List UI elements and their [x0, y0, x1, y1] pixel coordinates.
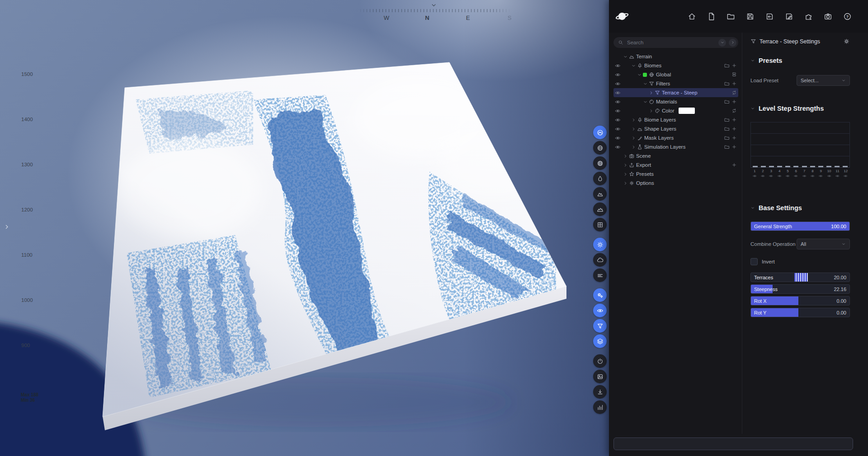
- color-swatch[interactable]: [679, 108, 695, 114]
- eye-icon[interactable]: [615, 81, 623, 87]
- view-gears-button[interactable]: [593, 288, 607, 302]
- step-bar[interactable]: [843, 166, 848, 167]
- step-bar[interactable]: [810, 166, 815, 167]
- step-eye-toggle[interactable]: [825, 174, 833, 178]
- view-eye-button[interactable]: [593, 304, 607, 317]
- view-mountain-button[interactable]: [593, 187, 607, 201]
- view-terrain-view-button[interactable]: [593, 126, 607, 139]
- eye-icon[interactable]: [615, 117, 623, 123]
- step-bar[interactable]: [835, 166, 840, 167]
- eye-icon[interactable]: [615, 135, 623, 141]
- step-bar[interactable]: [753, 166, 758, 167]
- level-steps-section-header[interactable]: Level Step Strengths: [750, 105, 850, 112]
- search-prev-button[interactable]: [718, 39, 726, 47]
- presets-section-header[interactable]: Presets: [750, 57, 850, 64]
- eye-icon[interactable]: [615, 72, 623, 78]
- folder-icon[interactable]: [724, 81, 730, 86]
- level-steps-plot[interactable]: [750, 122, 850, 168]
- step-eye-toggle[interactable]: [750, 174, 759, 178]
- chevron-down-icon[interactable]: [631, 63, 637, 68]
- view-stats-chart-button[interactable]: [593, 400, 607, 414]
- step-eye-toggle[interactable]: [808, 174, 816, 178]
- step-eye-toggle[interactable]: [767, 174, 775, 178]
- chevron-right-icon[interactable]: [631, 136, 637, 141]
- topbar-save-import-button[interactable]: [765, 12, 774, 21]
- steepness-slider[interactable]: Steepness 22.16: [750, 284, 850, 294]
- step-eye-toggle[interactable]: [783, 174, 792, 178]
- plus-icon[interactable]: [731, 126, 737, 132]
- step-eye-toggle[interactable]: [759, 174, 767, 178]
- folder-icon[interactable]: [724, 63, 730, 68]
- step-bar[interactable]: [802, 166, 807, 167]
- folder-icon[interactable]: [724, 144, 730, 150]
- tree-item-color[interactable]: Color: [613, 106, 738, 115]
- topbar-new-file-button[interactable]: [707, 12, 716, 21]
- top-panel-collapse-handle[interactable]: [430, 2, 437, 9]
- plus-icon[interactable]: [731, 81, 737, 86]
- eye-icon[interactable]: [615, 108, 623, 114]
- chevron-right-icon[interactable]: [623, 154, 629, 159]
- view-download-button[interactable]: [593, 385, 607, 399]
- view-layers-button[interactable]: [593, 334, 607, 348]
- search-next-button[interactable]: [729, 39, 736, 47]
- topbar-screenshot-camera-button[interactable]: [824, 12, 832, 21]
- step-bar[interactable]: [818, 166, 823, 167]
- preset-select[interactable]: Select...: [797, 75, 850, 86]
- chevron-down-icon[interactable]: [637, 72, 643, 77]
- topbar-home-button[interactable]: [688, 12, 696, 21]
- chevron-right-icon[interactable]: [623, 163, 629, 168]
- chevron-down-icon[interactable]: [643, 99, 649, 104]
- base-settings-section-header[interactable]: Base Settings: [750, 204, 850, 212]
- plus-icon[interactable]: [731, 63, 737, 68]
- topbar-help-button[interactable]: ?: [843, 12, 852, 21]
- eye-icon[interactable]: [615, 90, 623, 96]
- eye-icon[interactable]: [615, 126, 623, 132]
- tree-item-biome-layers[interactable]: Biome Layers: [613, 115, 738, 124]
- plus-icon[interactable]: [731, 135, 737, 141]
- left-panel-expand-handle[interactable]: [3, 223, 10, 230]
- tree-item-simulation-layers[interactable]: Simulation Layers: [613, 142, 738, 151]
- plus-icon[interactable]: [731, 162, 737, 168]
- step-eye-toggle[interactable]: [842, 174, 850, 178]
- tree-item-terrain[interactable]: Terrain: [613, 52, 738, 61]
- eye-icon[interactable]: [615, 99, 623, 105]
- plus-icon[interactable]: [731, 117, 737, 122]
- command-bar[interactable]: [613, 437, 853, 450]
- rot-y-slider[interactable]: Rot Y 0.00: [750, 308, 850, 317]
- tree-item-options[interactable]: Options: [613, 179, 738, 188]
- eye-icon[interactable]: [615, 63, 623, 69]
- search-input[interactable]: [626, 39, 716, 46]
- folder-icon[interactable]: [724, 99, 730, 104]
- chevron-right-icon[interactable]: [623, 172, 629, 177]
- view-grid-button[interactable]: [593, 218, 607, 231]
- step-bar[interactable]: [785, 166, 790, 167]
- topbar-save-edit-button[interactable]: [785, 12, 793, 21]
- tree-item-terrace-steep[interactable]: Terrace - Steep: [613, 88, 738, 97]
- step-bar[interactable]: [777, 166, 782, 167]
- step-eye-toggle[interactable]: [817, 174, 825, 178]
- step-bar[interactable]: [769, 166, 774, 167]
- chevron-right-icon[interactable]: [649, 108, 655, 113]
- tree-item-mask-layers[interactable]: Mask Layers: [613, 133, 738, 142]
- chevron-right-icon[interactable]: [631, 127, 637, 132]
- rot-x-slider[interactable]: Rot X 0.00: [750, 296, 850, 306]
- chevron-right-icon[interactable]: [623, 181, 629, 186]
- chevron-right-icon[interactable]: [649, 90, 655, 95]
- view-cloud-button[interactable]: [593, 253, 607, 267]
- tree-item-export[interactable]: Export: [613, 160, 738, 169]
- view-sun-button[interactable]: [593, 238, 607, 251]
- tree-item-shape-layers[interactable]: Shape Layers: [613, 124, 738, 133]
- folder-icon[interactable]: [724, 135, 730, 141]
- refresh-icon[interactable]: [731, 90, 737, 95]
- tree-item-global[interactable]: Global: [613, 70, 738, 79]
- tree-item-materials[interactable]: Materials: [613, 97, 738, 106]
- step-eye-toggle[interactable]: [792, 174, 800, 178]
- chevron-right-icon[interactable]: [631, 118, 637, 122]
- step-eye-toggle[interactable]: [833, 174, 841, 178]
- tree-item-filters[interactable]: Filters: [613, 79, 738, 88]
- view-power-button[interactable]: [593, 354, 607, 368]
- topbar-plugins-puzzle-button[interactable]: [804, 12, 813, 21]
- terrain-render[interactable]: [0, 0, 609, 456]
- step-eye-toggle[interactable]: [775, 174, 783, 178]
- eye-icon[interactable]: [615, 144, 623, 150]
